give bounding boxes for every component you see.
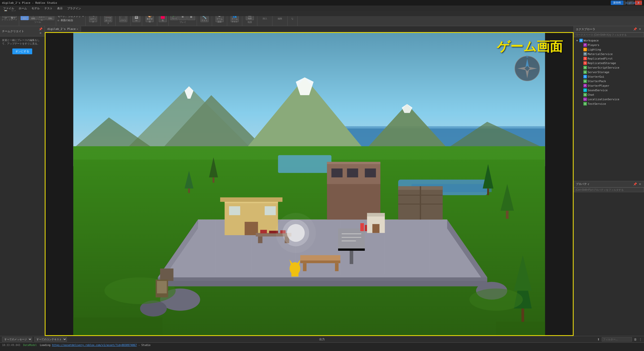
svg-rect-33 xyxy=(331,169,342,177)
team-create-pin[interactable]: 📌 xyxy=(38,27,43,31)
properties-filter-input[interactable] xyxy=(574,187,644,192)
tree-item-lighting[interactable]: LLighting xyxy=(574,47,644,52)
tree-expand-chat[interactable] xyxy=(580,93,583,96)
tree-item-workspace[interactable]: ▼WWorkspace xyxy=(574,38,644,43)
output-left-controls: すべてのメッセージ すべてのコンテキスト xyxy=(2,337,67,342)
all-messages-dropdown[interactable]: すべてのメッセージ xyxy=(2,337,32,342)
tree-expand-serverstorage[interactable] xyxy=(580,71,583,74)
viewport-tab[interactable]: digilab_2's Place ✕ xyxy=(45,26,81,32)
tree-expand-testservice[interactable] xyxy=(580,102,583,105)
menu-plugin[interactable]: プラグイン xyxy=(65,6,83,11)
explorer-title: エクスプローラ xyxy=(576,27,595,31)
viewport-tab-close[interactable]: ✕ xyxy=(77,28,78,30)
svg-rect-32 xyxy=(327,162,380,164)
clipboard-label: クリップボード xyxy=(2,18,17,21)
tree-expand-soundservice[interactable] xyxy=(580,89,583,92)
svg-rect-81 xyxy=(521,309,524,322)
tree-icon-replicatedstorage: S xyxy=(583,61,587,65)
tree-icon-testservice: ⚙ xyxy=(583,102,587,106)
log-link[interactable]: https://assetdelivery.roblox.com/v1/asse… xyxy=(52,344,137,346)
log-time: 18:33:49.043 xyxy=(2,344,20,346)
svg-rect-45 xyxy=(229,206,240,215)
tree-expand-players[interactable] xyxy=(580,43,583,46)
properties-close[interactable]: ✕ xyxy=(638,182,642,186)
menu-test[interactable]: テスト xyxy=(42,6,55,11)
main-layout: チームクリエイト 📌 ✕ 友達と一緒にプレースの編集をして、アップデートをすぐに… xyxy=(0,26,644,336)
all-context-dropdown[interactable]: すべてのコンテキスト xyxy=(34,337,67,342)
user-display[interactable]: digilab_2 ▾ xyxy=(625,2,642,4)
menu-model[interactable]: モデル xyxy=(29,6,42,11)
svg-rect-60 xyxy=(338,228,365,248)
tree-expand-localizationservice[interactable] xyxy=(580,98,583,101)
tree-icon-serverstorage: ⚙ xyxy=(583,70,587,74)
svg-rect-56 xyxy=(335,263,339,271)
properties-header: プロパティ 📌 ✕ xyxy=(574,181,644,187)
svg-rect-46 xyxy=(265,206,276,215)
team-create-close[interactable]: ✕ xyxy=(38,31,43,35)
tree-expand-materialservice[interactable] xyxy=(580,53,583,56)
tree-expand-serverscriptservice[interactable] xyxy=(580,66,583,69)
output-bar: すべてのメッセージ すべてのコンテキスト 出力 ⬆ 🗑 ⋮ 18:33:49.0… xyxy=(0,336,644,351)
new-save-button[interactable]: 新存档 xyxy=(611,1,623,5)
tree-label-materialservice: MaterialService xyxy=(588,53,613,56)
tree-label-starterplayer: StarterPlayer xyxy=(588,84,609,87)
output-clear[interactable]: 🗑 xyxy=(634,338,637,341)
tree-item-chat[interactable]: ⚙Chat xyxy=(574,92,644,97)
tree-expand-replicatedfirst[interactable] xyxy=(580,57,583,60)
svg-rect-35 xyxy=(365,169,376,177)
output-title: 出力 xyxy=(319,338,325,341)
team-create-enable-button[interactable]: オンにする xyxy=(12,48,32,54)
tree-expand-starterplayer[interactable] xyxy=(580,84,583,87)
log-studio: Studio xyxy=(141,344,150,346)
tree-item-serverstorage[interactable]: ⚙ServerStorage xyxy=(574,70,644,74)
surface-join-label: ☑ 表面の結合 xyxy=(58,19,84,22)
tree-item-serverscriptservice[interactable]: ⚙ServerScriptService xyxy=(574,65,644,70)
tree-icon-lighting: L xyxy=(583,48,587,51)
tree-expand-startergui[interactable] xyxy=(580,75,583,78)
log-source: - xyxy=(138,344,141,346)
explorer-filter-input[interactable] xyxy=(574,32,644,37)
tree-item-starterplayer[interactable]: PStarterPlayer xyxy=(574,83,644,88)
game-viewport: N ゲーム画面 xyxy=(45,32,574,336)
tree-expand-starterpack[interactable] xyxy=(580,80,583,83)
viewport-tab-bar: digilab_2's Place ✕ xyxy=(45,26,574,32)
play-label: プレイ xyxy=(179,21,186,24)
tree-item-materialservice[interactable]: MMaterialService xyxy=(574,52,644,56)
menu-view[interactable]: 表示 xyxy=(55,6,65,11)
log-message: Loading xyxy=(40,344,51,346)
tree-icon-players: P xyxy=(583,43,587,47)
svg-rect-48 xyxy=(258,236,263,243)
tree-label-replicatedfirst: ReplicatedFirst xyxy=(588,57,613,60)
tree-expand-workspace[interactable]: ▼ xyxy=(576,39,579,42)
tree-item-soundservice[interactable]: ♪SoundService xyxy=(574,88,644,92)
svg-rect-53 xyxy=(300,255,340,261)
tree-label-serverstorage: ServerStorage xyxy=(588,71,609,74)
team-create-title: チームクリエイト xyxy=(2,29,24,33)
output-menu[interactable]: ⋮ xyxy=(639,338,642,341)
menu-home[interactable]: ホーム xyxy=(17,6,29,11)
tree-icon-chat: ⚙ xyxy=(583,93,587,96)
log-type: DataModel xyxy=(23,344,37,346)
tree-icon-materialservice: M xyxy=(583,52,587,56)
tree-item-startergui[interactable]: GStarterGui xyxy=(574,74,644,79)
explorer-pin[interactable]: 📌 xyxy=(633,27,637,31)
svg-rect-55 xyxy=(303,263,306,271)
output-filter-input[interactable] xyxy=(602,337,632,341)
tree-expand-lighting[interactable] xyxy=(580,48,583,51)
tree-item-players[interactable]: PPlayers xyxy=(574,43,644,47)
output-log-entry: 18:33:49.043 DataModel Loading https://a… xyxy=(2,344,642,346)
tree-label-startergui: StarterGui xyxy=(588,75,604,78)
tree-item-replicatedstorage[interactable]: SReplicatedStorage xyxy=(574,61,644,65)
team-create-controls: 📌 ✕ xyxy=(38,27,43,35)
explorer-close[interactable]: ✕ xyxy=(638,27,642,31)
svg-rect-74 xyxy=(188,188,190,193)
properties-pin[interactable]: 📌 xyxy=(633,182,637,186)
tree-item-localizationservice[interactable]: LcLocalizationService xyxy=(574,97,644,102)
output-expand[interactable]: ⬆ xyxy=(597,338,600,341)
tree-item-testservice[interactable]: ⚙TestService xyxy=(574,102,644,106)
explorer-header: エクスプローラ 📌 ✕ xyxy=(574,26,644,32)
tools-label: ツール xyxy=(34,21,41,24)
tree-item-starterpack[interactable]: ⚙StarterPack xyxy=(574,79,644,83)
tree-item-replicatedfirst[interactable]: SReplicatedFirst xyxy=(574,56,644,61)
tree-expand-replicatedstorage[interactable] xyxy=(580,62,583,65)
